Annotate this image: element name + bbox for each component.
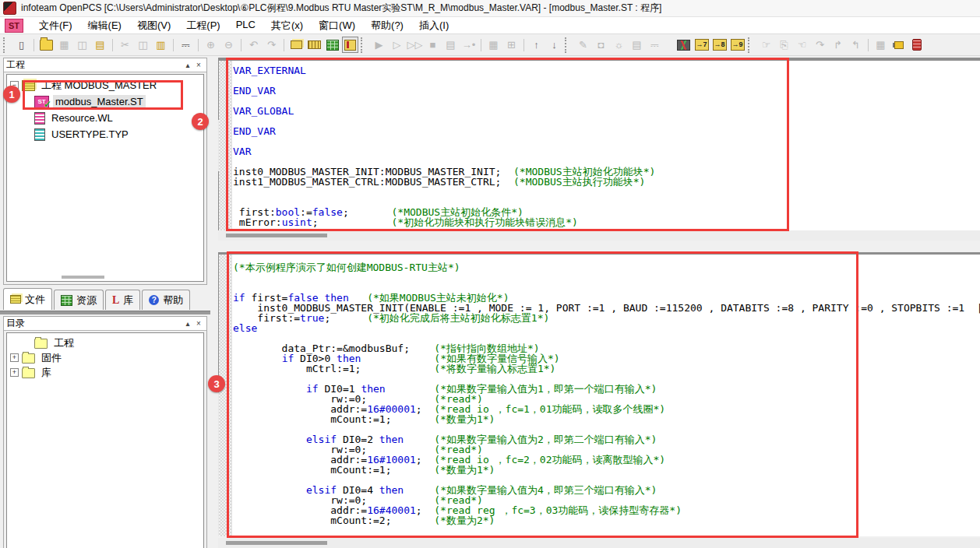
st-file-icon: ST [34,96,49,108]
hand-icon[interactable]: ☞ [758,37,774,53]
expand-icon[interactable]: + [10,353,19,362]
paste-icon[interactable]: ▥ [153,37,169,53]
step-icon[interactable]: ▷ [389,37,405,53]
variable-8-icon: →8 [713,39,727,51]
directory-tree: 工程+固件+库 [7,333,203,380]
run-icon[interactable]: ▶ [371,37,387,53]
tree-item-label: 工程 MODBUS_MASTER [39,78,159,93]
open-folder-icon[interactable] [38,37,55,53]
project-tree-hscrollbar[interactable] [62,276,104,279]
panel-tab-resources[interactable]: 资源 [54,290,104,310]
code-line: END_VAR [233,126,980,136]
editor-declarations[interactable]: VAR_EXTERNAL END_VAR VAR_GLOBAL END_VAR … [218,58,980,230]
tree-item[interactable]: USERTYPE.TYP [10,126,203,142]
tree-item-label: modbus_Master.ST [53,95,146,108]
printer2-icon[interactable]: ⎓ [647,37,663,53]
tree-item[interactable]: −工程 MODBUS_MASTER [10,77,203,93]
editor-top-hscrollbar[interactable] [218,230,980,241]
variable-8-icon[interactable]: →8 [711,37,728,53]
editor-program[interactable]: (*本示例程序演示了如何创建MODBUS-RTU主站*) if first=fa… [218,252,980,536]
code-line [233,136,980,146]
code-line: elsif DI0=8 then (*如果数字量输入值为8，即第四个端口有输入*… [233,536,980,536]
st-logo-icon: ST [5,19,23,33]
chip-icon[interactable]: ▦ [872,37,889,53]
tree-item[interactable]: +库 [10,365,203,380]
listing-icon[interactable]: ▤ [442,37,459,53]
save-all-icon[interactable]: ◫ [74,37,90,53]
panel-tab-files[interactable]: 文件 [3,288,52,310]
menu-item-6[interactable]: 窗口(W) [311,17,363,34]
menu-item-5[interactable]: 其它(x) [263,17,311,34]
scrollbar-thumb[interactable] [226,541,327,545]
save-icon[interactable]: ▦ [56,37,72,53]
step-out-icon[interactable]: ↱ [830,37,846,53]
tree-item-label: 固件 [39,350,64,366]
zoom-in-icon[interactable]: ⊕ [203,37,219,53]
tree-item[interactable]: +固件 [10,350,203,365]
tree-item-label: 工程 [51,335,76,351]
variable-9-icon: →9 [731,39,745,51]
editor-bottom-hscrollbar[interactable] [218,538,980,548]
left-splitter[interactable] [0,311,210,314]
project-panel: 工程 ▴ × −工程 MODBUS_MASTERSTmodbus_Master.… [3,58,207,285]
menu-item-0[interactable]: 文件(F) [31,17,80,34]
document-icon[interactable]: ▤ [629,37,645,53]
hand2-icon[interactable]: ☜ [794,37,810,53]
variable-9-icon[interactable]: →9 [729,37,746,53]
keyboard-icon[interactable] [306,37,323,53]
menu-item-8[interactable]: 插入(I) [411,17,457,34]
menu-item-3[interactable]: 工程(P) [178,17,227,34]
new-document-icon[interactable]: ▯ [13,37,30,53]
zoom-out-icon[interactable]: ⊖ [220,37,237,53]
menu-item-7[interactable]: 帮助(?) [363,17,411,34]
doc-arrow-icon[interactable]: ⎘ [776,37,792,53]
run-to-cursor-icon[interactable]: →• [460,37,477,53]
wrench-icon[interactable]: ✎ [575,37,591,53]
tree-item[interactable]: Resource.WL [10,110,203,126]
print-icon[interactable]: ⎓ [178,37,194,53]
lock-icon[interactable]: ◘ [593,37,609,53]
undo-icon[interactable]: ↶ [245,37,262,53]
panel-collapse-icon[interactable]: ▴ [182,318,193,328]
collapse-icon[interactable]: − [10,81,19,90]
panel-close-icon[interactable]: × [193,60,204,70]
scrollbar-thumb[interactable] [226,234,327,237]
plug-icon[interactable] [890,37,907,53]
panel-tab-library[interactable]: L库 [105,290,140,310]
green-grid-icon [326,40,339,51]
expand-icon[interactable]: + [10,368,19,377]
split-window-icon[interactable]: ⊞ [503,37,520,53]
panel-collapse-icon[interactable]: ▴ [182,60,193,70]
library-tab-icon: L [112,296,119,305]
toolbar: ▯▦◫▤✂◫▥⎓⊕⊖↶↷▶▷▷▷■▤→•▦⊞↑↓✎◘☼▤⎓→7→8→9☞⎘☜↷↱… [0,34,980,56]
oscilloscope-icon[interactable] [675,37,692,53]
project-panel-header: 工程 ▴ × [4,58,206,72]
variable-7-icon[interactable]: →7 [693,37,710,53]
monitor-icon[interactable]: ▦ [485,37,502,53]
menu-item-4[interactable]: PLC [228,17,263,34]
menu-item-1[interactable]: 编辑(E) [80,17,129,34]
gear-icon[interactable]: ☼ [611,37,627,53]
step-multi-icon[interactable]: ▷▷ [407,37,423,53]
save-check-icon[interactable]: ▤ [92,37,108,53]
redo-icon[interactable]: ↷ [263,37,280,53]
tree-item[interactable]: 工程 [10,335,203,350]
move-down-icon[interactable]: ↓ [546,37,562,53]
move-up-icon[interactable]: ↑ [528,37,545,53]
code-line: else [233,323,980,333]
tree-item[interactable]: STmodbus_Master.ST [10,93,203,110]
card-stack-icon[interactable] [288,37,305,53]
copy-icon[interactable]: ◫ [135,37,151,53]
panel-close-icon[interactable]: × [193,318,204,328]
step-into-icon[interactable]: ↰ [848,37,864,53]
step-over-icon[interactable]: ↷ [812,37,828,53]
menu-item-2[interactable]: 视图(V) [129,17,178,34]
cut-icon[interactable]: ✂ [117,37,133,53]
panel-tab-help[interactable]: ?帮助 [142,290,190,310]
code-line [233,272,980,283]
green-grid-icon[interactable] [324,37,340,53]
stop-icon[interactable]: ■ [425,37,441,53]
tab-label: 资源 [76,293,97,307]
memory-card-icon[interactable] [908,37,925,53]
st-editor-icon[interactable] [342,37,358,53]
